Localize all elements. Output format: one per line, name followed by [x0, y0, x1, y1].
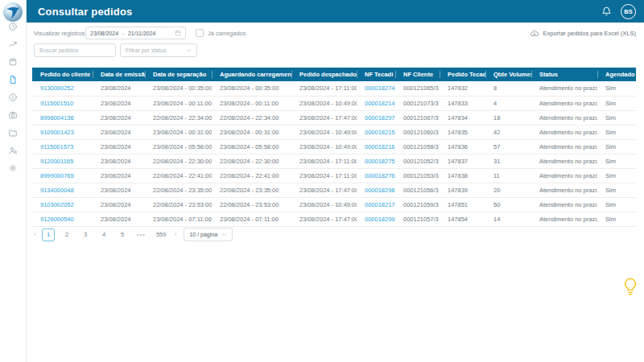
chevron-down-icon [186, 47, 192, 53]
table-cell: 23/08/2024 [93, 212, 145, 226]
page-button[interactable]: 5 [116, 228, 129, 241]
loaded-checkbox[interactable] [196, 29, 204, 37]
next-page-button[interactable]: › [174, 231, 176, 238]
nf-tecadi-link[interactable]: 000018274 [357, 81, 395, 96]
order-number-link[interactable]: 9130000252 [32, 81, 93, 96]
page-button[interactable]: 3 [79, 228, 92, 241]
records-label: Visualizar registros [34, 30, 85, 37]
page-button[interactable]: 2 [60, 228, 73, 241]
table-cell: 000121057/3 [395, 212, 440, 226]
camera-icon[interactable] [8, 110, 18, 120]
table-cell: Atendimento no prazo [531, 125, 597, 139]
nf-tecadi-link[interactable]: 000018298 [357, 183, 395, 197]
order-number-link[interactable]: 9115001573 [32, 139, 93, 154]
table-row: 913000025223/08/202423/08/2024 - 00:35:0… [32, 81, 636, 96]
nf-tecadi-link[interactable]: 000018297 [357, 110, 395, 125]
page-button[interactable]: 559 [154, 228, 169, 241]
table-cell: Sim [597, 96, 636, 110]
status-filter-select[interactable]: Filtrar por status [120, 43, 197, 57]
table-cell: Atendimento no prazo [531, 110, 597, 125]
table-cell: 23/08/2024 - 00:31:00 [145, 125, 212, 139]
table-row: 913400004823/08/202422/08/2024 - 23:35:0… [32, 183, 636, 197]
table-cell: 23/08/2024 - 17:47:00 [291, 183, 357, 197]
table-cell: Atendimento no prazo [531, 96, 597, 110]
pagination-ellipsis: ••• [134, 228, 148, 241]
date-from-value[interactable]: 23/08/2024 [90, 31, 118, 36]
table-cell: 23/08/2024 [93, 183, 145, 197]
nf-tecadi-link[interactable]: 000018276 [357, 168, 395, 183]
document-icon[interactable] [8, 75, 18, 84]
table-cell: 50 [485, 197, 531, 212]
table-row: 912000116523/08/202422/08/2024 - 22:30:0… [32, 154, 636, 168]
user-avatar[interactable]: BS [621, 4, 636, 19]
order-number-link[interactable]: 8999000765 [32, 168, 93, 183]
table-cell: Sim [597, 81, 636, 96]
table-cell: Sim [597, 139, 636, 154]
lightbulb-icon[interactable] [623, 277, 638, 298]
table-row: 899900076523/08/202422/08/2024 - 22:41:0… [32, 168, 636, 183]
nf-tecadi-link[interactable]: 000018215 [357, 125, 395, 139]
table-cell: 147854 [440, 212, 485, 226]
order-number-link[interactable]: 9115001510 [32, 96, 93, 110]
page-size-value: 10 / página [189, 232, 217, 237]
clock-icon[interactable] [8, 22, 18, 31]
sidebar [0, 0, 27, 362]
table-cell: 000121058/3 [395, 139, 440, 154]
table-cell: 23/08/2024 - 10:49:00 [291, 125, 357, 139]
table-cell: 22/08/2024 - 23:35:00 [212, 183, 291, 197]
notifications-bell-icon[interactable] [601, 6, 612, 17]
prev-page-button[interactable]: ‹ [34, 231, 36, 238]
nf-tecadi-link[interactable]: 000018216 [357, 139, 395, 154]
date-to-value[interactable]: 21/11/2024 [128, 31, 156, 36]
page-button-active[interactable]: 1 [42, 228, 55, 241]
user-search-icon[interactable] [8, 146, 18, 155]
column-header: Data de emissão [93, 68, 145, 81]
info-icon[interactable] [8, 93, 18, 102]
search-orders-input[interactable] [34, 43, 116, 57]
table-cell: 147851 [440, 197, 485, 212]
table-cell: 23/08/2024 - 10:49:00 [291, 96, 357, 110]
nf-tecadi-link[interactable]: 000018217 [357, 197, 395, 212]
table-cell: 23/08/2024 [93, 81, 145, 96]
table-cell: 147836 [440, 139, 485, 154]
table-cell: 11 [485, 168, 531, 183]
folder-icon[interactable] [8, 128, 18, 138]
order-number-link[interactable]: 9126000540 [32, 212, 93, 226]
table-cell: Sim [597, 154, 636, 168]
nf-tecadi-link[interactable]: 000018214 [357, 96, 395, 110]
order-number-link[interactable]: 9120001165 [32, 154, 93, 168]
order-number-link[interactable]: 9134000048 [32, 183, 93, 197]
table-cell: 23/08/2024 [93, 168, 145, 183]
table-cell: Sim [597, 197, 636, 212]
table-row: 910300205223/08/202422/08/2024 - 23:53:0… [32, 197, 636, 212]
table-cell: 23/08/2024 [93, 154, 145, 168]
table-cell: Sim [597, 110, 636, 125]
table-cell: 000121053/3 [395, 168, 440, 183]
nf-tecadi-link[interactable]: 000018299 [357, 212, 395, 226]
page-size-select[interactable]: 10 / página [184, 228, 233, 241]
settings-icon[interactable] [8, 163, 18, 173]
page-button[interactable]: 4 [97, 228, 110, 241]
table-cell: Atendimento no prazo [531, 168, 597, 183]
order-number-link[interactable]: 8998004136 [32, 110, 93, 125]
chart-icon[interactable] [8, 39, 18, 49]
table-cell: Atendimento no prazo [531, 197, 597, 212]
tecadi-logo[interactable] [2, 2, 23, 23]
nf-tecadi-link[interactable]: 000018275 [357, 154, 395, 168]
package-icon[interactable] [8, 57, 18, 67]
table-cell: 23/08/2024 [93, 139, 145, 154]
order-number-link[interactable]: 9103002052 [32, 197, 93, 212]
pagination: ‹ 12345•••559 › 10 / página [34, 228, 233, 241]
column-header: Pedido do cliente [32, 68, 93, 81]
export-excel-button[interactable]: Exportar pedidos para Excel (XLS) [530, 29, 636, 38]
table-cell: 23/08/2024 - 10:49:00 [291, 139, 357, 154]
table-cell: 22/08/2024 - 23:35:00 [145, 183, 212, 197]
date-range-picker[interactable]: 23/08/2024 – 21/11/2024 [85, 27, 186, 39]
table-cell: Atendimento no prazo [531, 139, 597, 154]
table-cell: 23/08/2024 [93, 110, 145, 125]
order-number-link[interactable]: 9109001423 [32, 125, 93, 139]
table-cell: 22/08/2024 - 22:30:00 [145, 154, 212, 168]
table-row: 912600054023/08/202423/08/2024 - 07:11:0… [32, 212, 636, 226]
table-cell: 000121065/3 [395, 81, 440, 96]
table-cell: 22/08/2024 - 23:53:00 [145, 197, 212, 212]
